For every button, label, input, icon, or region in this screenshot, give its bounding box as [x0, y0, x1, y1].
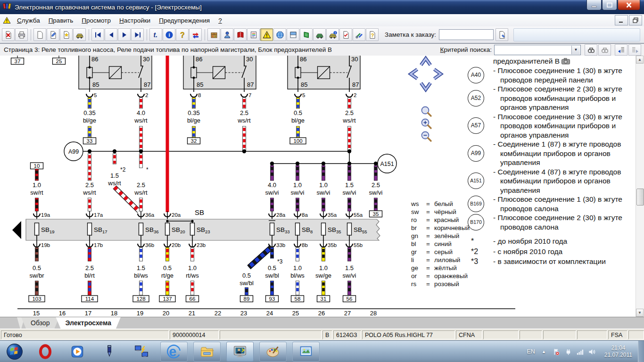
scroll-thumb[interactable] [636, 189, 644, 206]
nav-first-button[interactable] [91, 28, 104, 41]
tab-electroschema[interactable]: Электросхема [56, 317, 121, 329]
svg-text:15: 15 [33, 310, 40, 317]
file-explorer[interactable] [193, 342, 221, 362]
svg-text:0.5: 0.5 [242, 272, 251, 279]
nav-previous-button[interactable] [105, 28, 117, 41]
customer-data-button[interactable] [221, 28, 233, 41]
expand-list-button[interactable] [615, 44, 627, 56]
svg-text:0.5: 0.5 [33, 264, 41, 272]
menu-item-предупреждения[interactable]: Предупреждения [155, 16, 214, 25]
vertical-scrollbar[interactable]: ▲ ▼ [636, 56, 644, 317]
opera[interactable] [32, 342, 58, 361]
help-topics-button[interactable]: ? [366, 28, 379, 41]
workshop-button[interactable] [287, 28, 299, 41]
new-document-button[interactable] [33, 28, 46, 41]
pan-up-button[interactable] [421, 58, 430, 65]
scroll-down-button[interactable]: ▼ [636, 309, 644, 317]
vehicle-info-button[interactable]: i [326, 28, 339, 41]
elsa-app[interactable] [226, 342, 254, 362]
network-icon[interactable] [576, 348, 584, 356]
svg-text:24: 24 [266, 310, 273, 317]
document-edit-button[interactable] [47, 28, 59, 41]
search-up-button[interactable] [598, 44, 611, 56]
wire-color-row: or=оранжевый [411, 272, 470, 280]
start-button[interactable] [3, 342, 26, 361]
svg-text:sw/br: sw/br [29, 272, 44, 279]
zoom-out-button[interactable] [422, 132, 431, 141]
minimize-button[interactable] [586, 0, 602, 10]
order-checklist-button[interactable] [339, 28, 352, 41]
status-cell-0: Готово [1, 330, 169, 339]
parts-catalog-button[interactable] [207, 28, 220, 41]
order-note-button[interactable] [495, 28, 508, 41]
svg-text:4.0: 4.0 [137, 109, 145, 116]
scroll-up-button[interactable]: ▲ [636, 56, 644, 64]
zoom-in-button[interactable] [422, 119, 431, 129]
service-plans-button[interactable] [300, 28, 313, 41]
info-button[interactable]: i [163, 28, 175, 41]
repair-manual-button[interactable] [234, 28, 247, 41]
vehicle-search-button[interactable] [313, 28, 326, 41]
svg-text:2: 2 [145, 92, 148, 98]
svg-text:2.5: 2.5 [372, 181, 380, 189]
legend-continuation: предохранителей В [493, 57, 643, 66]
menu-item-просмотр[interactable]: Просмотр [77, 16, 115, 25]
photo-viewer[interactable] [292, 342, 320, 362]
svg-text:bl/ge: bl/ge [187, 117, 200, 124]
maintenance-tables-button[interactable] [247, 28, 260, 41]
svg-text:bl/ws: bl/ws [290, 272, 305, 279]
volume-icon[interactable] [588, 348, 596, 356]
pan-left-button[interactable] [411, 69, 417, 79]
paint[interactable] [259, 342, 287, 362]
order-note-input[interactable] [439, 29, 494, 40]
combo-dropdown-arrow[interactable]: ▼ [571, 46, 580, 54]
stylus-tool[interactable] [96, 342, 123, 361]
help-button[interactable]: ? [176, 28, 189, 41]
page-title: Страница 3: Реле топливного насоса, Реле… [4, 46, 332, 53]
search-criteria-combo[interactable]: ▼ [494, 45, 581, 55]
history-button[interactable]: t. [149, 28, 162, 41]
child-restore-button[interactable] [629, 15, 642, 25]
nav-next-button[interactable] [118, 28, 131, 41]
warnings-button[interactable] [260, 28, 273, 41]
legend-ref-circle: B170 [468, 214, 484, 230]
close-button[interactable] [618, 0, 640, 10]
zoom-tool-button[interactable] [422, 107, 431, 116]
power-icon[interactable] [564, 348, 572, 356]
clock[interactable]: 21:04 21.07.2011 [604, 345, 632, 359]
menu-item-?[interactable]: ? [214, 16, 226, 25]
maximize-button[interactable] [602, 0, 617, 10]
pan-down-button[interactable] [421, 83, 430, 90]
legend-item-text: Соединение 4 (87) в жгуте проводов комби… [493, 167, 643, 195]
document-new-button[interactable] [60, 28, 73, 41]
print-button[interactable] [15, 28, 28, 41]
menu-item-настройки[interactable]: Настройки [115, 16, 155, 25]
internet-explorer[interactable]: e [160, 342, 188, 362]
menu-item-служба[interactable]: Служба [13, 16, 44, 25]
child-minimize-button[interactable] [615, 15, 628, 25]
tray-expand-icon[interactable]: ▲ [542, 349, 546, 354]
footnote-mark: * [468, 237, 493, 246]
legend-ref-circle: A151 [468, 173, 484, 189]
titlebar[interactable]: Электронная справочная система по сервис… [0, 0, 644, 14]
exit-button[interactable] [2, 28, 15, 41]
remote-desktop[interactable] [128, 342, 155, 361]
switch-window-button[interactable] [189, 28, 202, 41]
menu-item-править[interactable]: Править [44, 16, 78, 25]
wire-color-row: ge=жёлтый [411, 264, 470, 272]
nav-last-button[interactable] [131, 28, 144, 41]
show-desktop-button[interactable] [638, 341, 644, 362]
action-center-icon[interactable] [553, 348, 561, 356]
svg-text:86: 86 [300, 56, 306, 63]
svg-text:8: 8 [198, 92, 201, 98]
vehicle-data-button[interactable] [73, 28, 86, 41]
media-player[interactable] [64, 342, 91, 361]
tab-overview[interactable]: Обзор [21, 317, 59, 329]
pan-right-button[interactable] [434, 69, 441, 79]
language-indicator[interactable]: EN [527, 348, 535, 355]
internet-button[interactable] [273, 28, 286, 41]
svg-text:23: 23 [240, 310, 247, 317]
search-down-button[interactable] [585, 44, 597, 56]
collapse-list-button[interactable] [628, 44, 641, 56]
special-tools-button[interactable] [353, 28, 365, 41]
